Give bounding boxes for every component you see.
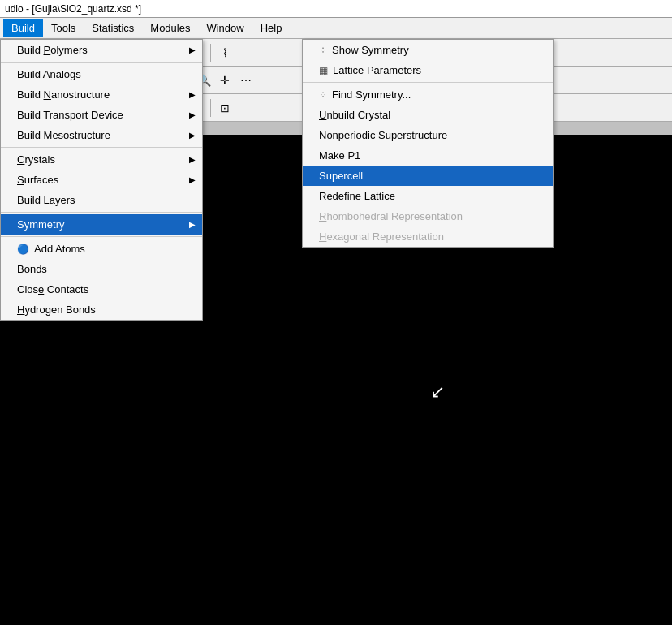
build-polymers-arrow: ▶ <box>189 45 196 54</box>
build-mesostructure-item[interactable]: Build Mesostructure ▶ <box>1 125 202 145</box>
symmetry-label: Symmetry <box>17 218 65 231</box>
add-atoms-item[interactable]: 🔵 Add Atoms <box>1 239 202 259</box>
hexagonal-item[interactable]: Hexagonal Representation <box>303 226 553 247</box>
menu-statistics[interactable]: Statistics <box>84 19 142 37</box>
toolbar3-sep3 <box>210 99 211 117</box>
surfaces-label: Surfaces <box>17 174 58 186</box>
build-transport-item[interactable]: Build Transport Device ▶ <box>1 105 202 125</box>
lattice-params-icon: ▦ <box>319 65 328 76</box>
add-atoms-label: Add Atoms <box>34 243 85 255</box>
add-atoms-icon: 🔵 <box>17 244 29 255</box>
build-transport-arrow: ▶ <box>189 110 196 119</box>
crystals-item[interactable]: Crystals ▶ <box>1 149 202 170</box>
build-nanostructure-label: Build Nanostructure <box>17 88 110 101</box>
build-polymers-label: Build Polymers <box>17 44 88 56</box>
lattice-params-label: Lattice Parameters <box>333 64 421 76</box>
build-nanostructure-arrow: ▶ <box>189 90 196 99</box>
make-p1-item[interactable]: Make P1 <box>303 145 553 166</box>
build-layers-label: Build Layers <box>17 194 75 206</box>
menu-tools[interactable]: Tools <box>43 19 84 37</box>
make-p1-label: Make P1 <box>319 149 360 162</box>
sym-separator-1 <box>303 82 553 83</box>
symmetry-submenu: ⁘ Show Symmetry ▦ Lattice Parameters ⁘ F… <box>302 39 554 248</box>
build-mesostructure-label: Build Mesostructure <box>17 129 110 141</box>
menu-build[interactable]: Build <box>3 19 43 37</box>
close-contacts-label: Close Contacts <box>17 283 88 295</box>
find-symmetry-item[interactable]: ⁘ Find Symmetry... <box>303 84 553 105</box>
hydrogen-bonds-item[interactable]: Hydrogen Bonds <box>1 300 202 320</box>
hydrogen-bonds-label: Hydrogen Bonds <box>17 304 96 316</box>
build-analogs-label: Build Analogs <box>17 68 81 80</box>
build-dropdown: Build Polymers ▶ Build Analogs Build Nan… <box>0 39 203 321</box>
menu-bar: Build Tools Statistics Modules Window He… <box>0 18 672 39</box>
build-layers-item[interactable]: Build Layers <box>1 190 202 210</box>
toolbar-separator-3 <box>210 44 211 62</box>
build-mesostructure-arrow: ▶ <box>189 131 196 140</box>
toolbar2-move2[interactable]: ✛ <box>215 71 235 90</box>
toolbar2-more[interactable]: ⋯ <box>236 71 256 90</box>
surfaces-arrow: ▶ <box>189 175 196 184</box>
redefine-lattice-label: Redefine Lattice <box>319 190 395 202</box>
supercell-item[interactable]: Supercell <box>303 166 553 186</box>
build-analogs-item[interactable]: Build Analogs <box>1 64 202 84</box>
separator-4 <box>1 236 202 237</box>
toolbar-slash[interactable]: ⌇ <box>215 43 235 62</box>
title-bar: udio - [Gujia\SiO2_quartz.xsd *] <box>0 0 672 18</box>
unbuild-crystal-item[interactable]: Unbuild Crystal <box>303 105 553 125</box>
build-nanostructure-item[interactable]: Build Nanostructure ▶ <box>1 84 202 105</box>
separator-3 <box>1 212 202 213</box>
supercell-label: Supercell <box>319 170 363 182</box>
separator-1 <box>1 62 202 62</box>
rhombohedral-label: Rhombohedral Representation <box>319 210 463 222</box>
hexagonal-label: Hexagonal Representation <box>319 231 444 243</box>
show-symmetry-item[interactable]: ⁘ Show Symmetry <box>303 40 553 60</box>
crystals-label: Crystals <box>17 153 55 166</box>
symmetry-item[interactable]: Symmetry ▶ <box>1 214 202 235</box>
lattice-params-item[interactable]: ▦ Lattice Parameters <box>303 60 553 80</box>
menu-modules[interactable]: Modules <box>142 19 198 37</box>
close-contacts-item[interactable]: Close Contacts <box>1 279 202 300</box>
rhombohedral-item[interactable]: Rhombohedral Representation <box>303 206 553 226</box>
separator-2 <box>1 147 202 148</box>
toolbar3-icon8[interactable]: ⊡ <box>215 98 235 118</box>
crystals-arrow: ▶ <box>189 155 196 164</box>
bonds-item[interactable]: Bonds <box>1 259 202 279</box>
surfaces-item[interactable]: Surfaces ▶ <box>1 170 202 190</box>
build-transport-label: Build Transport Device <box>17 109 123 121</box>
build-polymers-item[interactable]: Build Polymers ▶ <box>1 40 202 60</box>
menu-window[interactable]: Window <box>198 19 252 37</box>
nonperiodic-item[interactable]: Nonperiodic Superstructure <box>303 125 553 145</box>
find-symmetry-icon: ⁘ <box>319 89 327 101</box>
find-symmetry-label: Find Symmetry... <box>332 88 411 101</box>
symmetry-arrow: ▶ <box>189 220 196 229</box>
menu-help[interactable]: Help <box>252 19 291 37</box>
nonperiodic-label: Nonperiodic Superstructure <box>319 129 447 141</box>
title-text: udio - [Gujia\SiO2_quartz.xsd *] <box>5 3 141 15</box>
show-symmetry-label: Show Symmetry <box>332 44 409 56</box>
unbuild-crystal-label: Unbuild Crystal <box>319 109 390 121</box>
show-symmetry-icon: ⁘ <box>319 45 327 56</box>
bonds-label: Bonds <box>17 263 47 275</box>
redefine-lattice-item[interactable]: Redefine Lattice <box>303 186 553 206</box>
